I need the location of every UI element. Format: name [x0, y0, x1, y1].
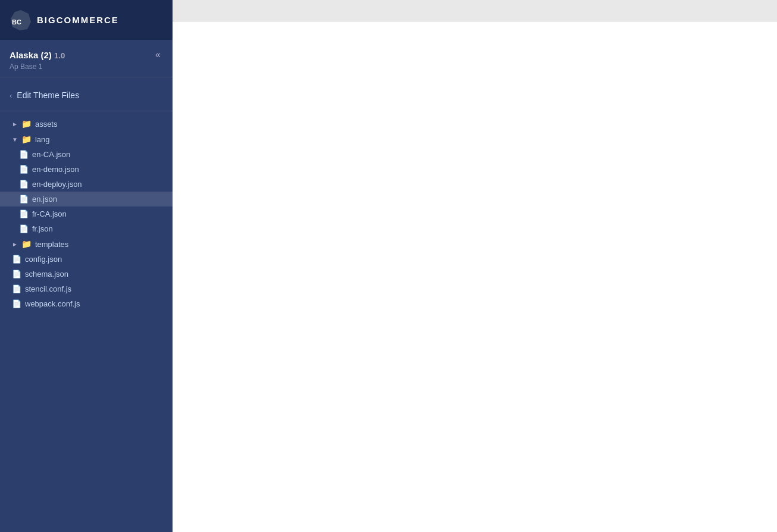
sidebar-header: BC BIGCOMMERCE — [0, 0, 173, 40]
folder-icon: 📁 — [21, 134, 32, 144]
main-editor-area — [173, 0, 777, 532]
file-icon: 📄 — [19, 209, 29, 218]
tree-item-webpack.conf.js[interactable]: 📄webpack.conf.js — [0, 296, 173, 311]
collapse-sidebar-button[interactable]: « — [153, 48, 163, 61]
file-icon: 📄 — [19, 195, 29, 204]
tree-item-label: lang — [35, 135, 50, 144]
store-name-text: Alaska (2) — [10, 50, 52, 60]
tree-item-fr.json[interactable]: 📄fr.json — [0, 221, 173, 236]
tree-item-label: schema.json — [25, 270, 68, 278]
tree-item-en-deploy.json[interactable]: 📄en-deploy.json — [0, 177, 173, 192]
tree-item-fr-CA.json[interactable]: 📄fr-CA.json — [0, 206, 173, 221]
chevron-left-icon: ‹ — [10, 91, 12, 100]
tree-item-label: stencil.conf.js — [25, 284, 71, 293]
edit-theme-button[interactable]: ‹ Edit Theme Files — [0, 83, 173, 107]
folder-icon: 📁 — [21, 239, 32, 249]
tree-item-label: assets — [35, 120, 58, 129]
tree-item-en-CA.json[interactable]: 📄en-CA.json — [0, 147, 173, 162]
brand-logo: BC BIGCOMMERCE — [10, 9, 119, 32]
tree-item-lang[interactable]: ▼ 📁lang — [0, 132, 173, 147]
tree-item-en-demo.json[interactable]: 📄en-demo.json — [0, 162, 173, 177]
store-info: Alaska (2) 1.0 « Ap Base 1 — [0, 40, 173, 77]
tree-item-label: en.json — [32, 195, 57, 204]
tree-item-assets[interactable]: ► 📁assets — [0, 116, 173, 132]
file-icon: 📄 — [19, 224, 29, 233]
store-name-row: Alaska (2) 1.0 « — [10, 48, 163, 61]
tree-item-config.json[interactable]: 📄config.json — [0, 252, 173, 267]
tree-item-schema.json[interactable]: 📄schema.json — [0, 267, 173, 281]
store-base-label: Ap Base 1 — [10, 62, 163, 71]
tree-item-label: templates — [35, 240, 68, 249]
store-name: Alaska (2) 1.0 — [10, 50, 65, 60]
tree-item-templates[interactable]: ► 📁templates — [0, 236, 173, 252]
store-version: 1.0 — [54, 51, 65, 60]
edit-theme-section: ‹ Edit Theme Files — [0, 77, 173, 111]
file-icon: 📄 — [12, 299, 21, 308]
tree-item-label: fr.json — [32, 224, 53, 233]
tree-item-stencil.conf.js[interactable]: 📄stencil.conf.js — [0, 281, 173, 296]
svg-text:BC: BC — [12, 18, 21, 26]
folder-arrow-icon: ► — [12, 121, 18, 127]
tree-item-label: en-deploy.json — [32, 180, 82, 189]
file-icon: 📄 — [19, 165, 29, 174]
file-icon: 📄 — [12, 255, 21, 264]
tree-item-label: fr-CA.json — [32, 209, 67, 218]
sidebar: BC BIGCOMMERCE Alaska (2) 1.0 « Ap Base … — [0, 0, 173, 532]
file-icon: 📄 — [19, 150, 29, 159]
tree-item-en.json[interactable]: 📄en.json — [0, 192, 173, 206]
bigcommerce-logo-icon: BC — [10, 9, 32, 32]
folder-arrow-icon: ▼ — [12, 136, 18, 143]
file-icon: 📄 — [12, 284, 21, 293]
file-tree: ► 📁assets▼ 📁lang📄en-CA.json📄en-demo.json… — [0, 111, 173, 532]
tab-bar — [173, 0, 777, 21]
tree-item-label: en-demo.json — [32, 165, 79, 174]
edit-theme-label: Edit Theme Files — [17, 90, 79, 100]
brand-name: BIGCOMMERCE — [37, 15, 119, 25]
tree-item-label: webpack.conf.js — [25, 299, 80, 308]
tree-item-label: config.json — [25, 255, 62, 264]
file-icon: 📄 — [12, 270, 21, 278]
tree-item-label: en-CA.json — [32, 150, 70, 159]
folder-icon: 📁 — [21, 119, 32, 129]
file-icon: 📄 — [19, 180, 29, 189]
folder-arrow-icon: ► — [12, 241, 18, 248]
code-editor[interactable] — [173, 21, 777, 532]
